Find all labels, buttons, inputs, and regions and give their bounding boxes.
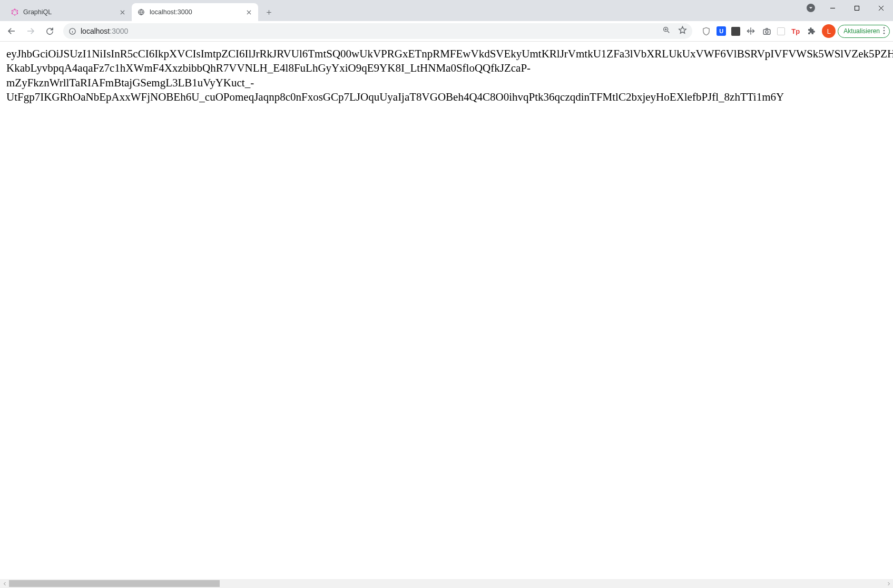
scroll-thumb[interactable]: [9, 580, 220, 587]
tab-strip: GraphiQL localhost:3000: [0, 0, 276, 21]
ext-square-icon[interactable]: [777, 27, 785, 35]
ext-move-icon[interactable]: [745, 26, 756, 36]
close-window-button[interactable]: [869, 0, 893, 16]
forward-button[interactable]: [22, 23, 39, 40]
tab-localhost[interactable]: localhost:3000: [132, 3, 258, 21]
zoom-icon[interactable]: [662, 26, 671, 36]
window-controls: [820, 0, 893, 16]
back-button[interactable]: [3, 23, 20, 40]
svg-rect-10: [763, 29, 770, 34]
update-label: Aktualisieren: [843, 27, 880, 35]
browser-toolbar: localhost:3000 U Tp L Akt: [0, 21, 893, 42]
search-tabs-button[interactable]: [807, 4, 815, 12]
extensions-icon[interactable]: [806, 26, 817, 36]
page-content: eyJhbGciOiJSUzI1NiIsInR5cCI6IkpXVCIsImtp…: [0, 42, 893, 579]
svg-rect-7: [855, 6, 859, 10]
tab-title: localhost:3000: [150, 8, 240, 16]
close-icon[interactable]: [244, 8, 253, 16]
camera-icon[interactable]: [761, 26, 772, 36]
window-titlebar: GraphiQL localhost:3000: [0, 0, 893, 21]
minimize-button[interactable]: [820, 0, 845, 16]
ublock-icon[interactable]: U: [717, 26, 726, 36]
scroll-track[interactable]: [9, 579, 884, 588]
token-line: mZyFkznWrllTaRIAFmBtajGSemgL3LB1uVyYKuct…: [6, 76, 887, 90]
tab-title: GraphiQL: [23, 8, 114, 16]
reload-button[interactable]: [41, 23, 58, 40]
new-tab-button[interactable]: [261, 5, 276, 19]
profile-avatar[interactable]: L: [822, 24, 836, 38]
token-line: eyJhbGciOiJSUzI1NiIsInR5cCI6IkpXVCIsImtp…: [6, 47, 887, 61]
close-icon[interactable]: [118, 8, 126, 16]
scroll-left-button[interactable]: [0, 579, 9, 588]
extension-icons: U Tp: [698, 26, 820, 36]
ext-dark-icon[interactable]: [731, 27, 740, 36]
scroll-right-button[interactable]: [884, 579, 893, 588]
tab-graphiql[interactable]: GraphiQL: [5, 3, 132, 21]
bookmark-icon[interactable]: [678, 26, 687, 37]
kebab-menu-icon[interactable]: [883, 27, 885, 36]
site-info-icon[interactable]: [68, 27, 76, 35]
horizontal-scrollbar[interactable]: [0, 579, 893, 588]
token-line: KkabLyvbpqA4aqaFz7c1hXWmF4XxzbibbQhR7VVN…: [6, 61, 887, 75]
svg-point-14: [884, 32, 885, 34]
graphql-icon: [11, 8, 19, 16]
svg-point-11: [766, 31, 768, 33]
globe-icon: [137, 8, 145, 16]
ext-tp-icon[interactable]: Tp: [790, 26, 801, 36]
svg-point-13: [884, 30, 885, 31]
avatar-letter: L: [827, 27, 831, 35]
update-button[interactable]: Aktualisieren: [838, 25, 890, 38]
token-line: UtFgp7IKGRhOaNbEpAxxWFjNOBEh6U_cuOPomeqJ…: [6, 90, 887, 104]
svg-point-12: [884, 27, 885, 28]
url-text: localhost:3000: [81, 27, 658, 35]
maximize-button[interactable]: [845, 0, 869, 16]
address-bar[interactable]: localhost:3000: [63, 23, 692, 39]
brave-shields-icon[interactable]: [701, 26, 711, 36]
